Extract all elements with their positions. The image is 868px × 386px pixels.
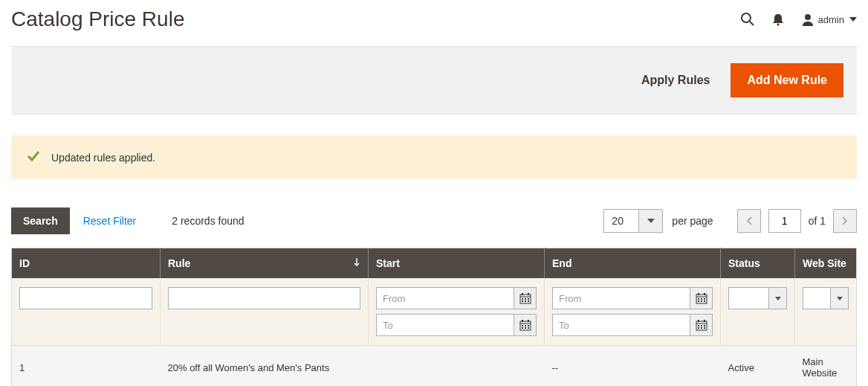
filter-end-to-calendar-button[interactable] xyxy=(690,314,713,336)
user-icon xyxy=(801,13,814,26)
svg-rect-21 xyxy=(522,327,523,329)
admin-user-menu[interactable]: admin xyxy=(801,13,857,26)
per-page-label: per page xyxy=(672,215,713,227)
page-title: Catalog Price Rule xyxy=(11,7,740,31)
svg-rect-39 xyxy=(701,325,702,327)
cell-id: 1 xyxy=(12,346,161,387)
page-number-input[interactable] xyxy=(768,209,801,233)
svg-rect-40 xyxy=(704,325,705,327)
filter-start-to-input[interactable] xyxy=(376,314,514,336)
cell-end: -- xyxy=(545,346,721,387)
svg-rect-30 xyxy=(704,298,705,300)
success-message-text: Updated rules applied. xyxy=(51,152,155,164)
filter-start-from-calendar-button[interactable] xyxy=(514,287,537,309)
table-row[interactable]: 1 20% off all Women's and Men's Pants --… xyxy=(12,346,857,387)
svg-rect-43 xyxy=(704,327,705,329)
svg-rect-13 xyxy=(528,300,529,302)
svg-rect-42 xyxy=(701,327,702,329)
svg-rect-28 xyxy=(698,298,699,300)
filter-status-select[interactable] xyxy=(728,287,787,309)
column-header-end[interactable]: End xyxy=(545,248,721,279)
records-found-text: 2 records found xyxy=(172,215,244,227)
svg-rect-41 xyxy=(698,327,699,329)
svg-rect-38 xyxy=(698,325,699,327)
filter-row xyxy=(12,278,857,346)
svg-point-2 xyxy=(777,24,779,26)
admin-user-label: admin xyxy=(818,14,844,25)
filter-website-dropdown-button[interactable] xyxy=(831,287,849,309)
filter-end-to-input[interactable] xyxy=(552,314,690,336)
rules-table: ID Rule Start End Status Web Site xyxy=(11,248,857,386)
svg-point-3 xyxy=(805,14,811,20)
calendar-icon xyxy=(696,319,707,331)
filter-website-select[interactable] xyxy=(803,287,849,309)
per-page-select[interactable]: 20 xyxy=(603,209,663,233)
filter-start-to-calendar-button[interactable] xyxy=(514,314,537,336)
filter-id-input[interactable] xyxy=(19,287,152,309)
column-header-id[interactable]: ID xyxy=(12,248,161,279)
column-header-rule[interactable]: Rule xyxy=(161,248,369,279)
column-header-status[interactable]: Status xyxy=(721,248,795,279)
search-icon[interactable] xyxy=(740,12,755,27)
caret-down-icon xyxy=(775,297,781,300)
svg-rect-23 xyxy=(528,327,529,329)
svg-rect-11 xyxy=(522,300,523,302)
apply-rules-button[interactable]: Apply Rules xyxy=(641,74,710,87)
per-page-value: 20 xyxy=(603,209,639,233)
cell-status: Active xyxy=(721,346,795,387)
calendar-icon xyxy=(519,292,531,304)
add-new-rule-button[interactable]: Add New Rule xyxy=(731,63,843,97)
check-icon xyxy=(26,149,41,166)
chevron-left-icon xyxy=(746,216,752,225)
svg-rect-12 xyxy=(525,300,526,302)
chevron-right-icon xyxy=(842,216,848,225)
svg-point-0 xyxy=(742,13,751,22)
svg-rect-20 xyxy=(528,325,529,327)
next-page-button[interactable] xyxy=(833,209,857,233)
svg-rect-8 xyxy=(522,298,523,300)
success-message: Updated rules applied. xyxy=(11,135,857,179)
prev-page-button[interactable] xyxy=(737,209,761,233)
page-of-label: of 1 xyxy=(809,215,826,227)
filter-status-dropdown-button[interactable] xyxy=(769,287,787,309)
reset-filter-link[interactable]: Reset Filter xyxy=(83,215,137,227)
caret-down-icon xyxy=(849,17,857,22)
search-button[interactable]: Search xyxy=(11,208,70,234)
svg-rect-19 xyxy=(525,325,526,327)
cell-rule: 20% off all Women's and Men's Pants xyxy=(161,346,369,387)
svg-rect-9 xyxy=(525,298,526,300)
cell-website: Main Website xyxy=(795,346,857,387)
svg-rect-33 xyxy=(704,300,705,302)
notifications-icon[interactable] xyxy=(771,13,785,26)
filter-start-from-input[interactable] xyxy=(376,287,514,309)
action-bar: Apply Rules Add New Rule xyxy=(11,46,857,115)
svg-rect-10 xyxy=(528,298,529,300)
svg-rect-31 xyxy=(698,300,699,302)
column-header-website[interactable]: Web Site xyxy=(795,248,857,279)
filter-end-from-calendar-button[interactable] xyxy=(690,287,713,309)
caret-down-icon xyxy=(837,297,843,300)
sort-arrow-down-icon xyxy=(353,257,360,269)
svg-rect-29 xyxy=(701,298,702,300)
column-header-start[interactable]: Start xyxy=(369,248,545,279)
svg-rect-32 xyxy=(701,300,702,302)
filter-end-from-input[interactable] xyxy=(552,287,690,309)
calendar-icon xyxy=(519,319,531,331)
svg-rect-22 xyxy=(525,327,526,329)
calendar-icon xyxy=(696,292,707,304)
per-page-dropdown-button[interactable] xyxy=(639,209,663,233)
svg-rect-18 xyxy=(522,325,523,327)
cell-start xyxy=(369,346,545,387)
caret-down-icon xyxy=(647,219,655,223)
filter-rule-input[interactable] xyxy=(168,287,360,309)
svg-line-1 xyxy=(750,22,754,25)
